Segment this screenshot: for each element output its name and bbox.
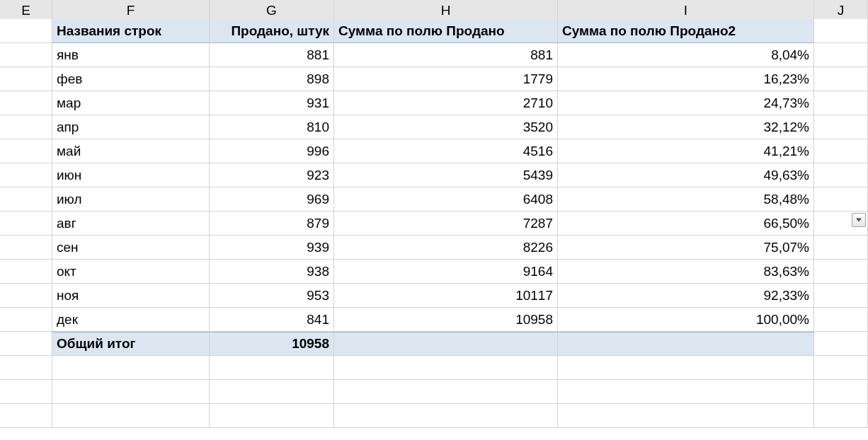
pivot-row-label[interactable]: мар [52,91,210,115]
pivot-sum-cell[interactable]: 5439 [334,163,558,187]
cell-blank[interactable] [0,308,52,332]
pivot-row-label[interactable]: май [52,139,210,163]
pivot-sum-cell[interactable]: 3520 [334,115,558,139]
cell-blank[interactable] [814,308,868,332]
cell-blank[interactable] [814,404,868,428]
pivot-sum-cell[interactable]: 7287 [334,212,558,236]
pivot-qty-cell[interactable]: 881 [210,43,334,67]
cell-blank[interactable] [558,356,814,380]
cell-blank[interactable] [0,43,52,67]
pivot-grand-total-label[interactable]: Общий итог [52,332,210,356]
pivot-sum-cell[interactable]: 8226 [334,236,558,260]
column-header-H[interactable]: H [334,0,558,21]
cell-blank[interactable] [814,139,868,163]
pivot-qty-cell[interactable]: 938 [210,260,334,284]
cell-blank[interactable] [0,356,52,380]
cell-blank[interactable] [814,115,868,139]
pivot-qty-cell[interactable]: 841 [210,308,334,332]
cell-blank[interactable] [52,380,210,404]
cell-blank[interactable] [558,380,814,404]
pivot-row-label[interactable]: окт [52,260,210,284]
column-header-E[interactable]: E [0,0,52,21]
cell-blank[interactable] [0,115,52,139]
cell-blank[interactable] [814,236,868,260]
pivot-pct-cell[interactable]: 32,12% [558,115,814,139]
cell-blank[interactable] [814,163,868,187]
column-header-F[interactable]: F [52,0,210,21]
pivot-row-label[interactable]: янв [52,43,210,67]
pivot-sum-cell[interactable]: 4516 [334,139,558,163]
cell-blank[interactable] [52,356,210,380]
pivot-row-label[interactable]: ноя [52,284,210,308]
pivot-sum-cell[interactable]: 9164 [334,260,558,284]
cell-blank[interactable] [0,404,52,428]
pivot-grand-total-pct[interactable] [558,332,814,356]
pivot-pct-cell[interactable]: 24,73% [558,91,814,115]
cell-blank[interactable] [334,380,558,404]
pivot-pct-cell[interactable]: 41,21% [558,139,814,163]
pivot-pct-cell[interactable]: 100,00% [558,308,814,332]
cell-blank[interactable] [0,19,52,43]
pivot-pct-cell[interactable]: 8,04% [558,43,814,67]
cell-blank[interactable] [0,91,52,115]
pivot-row-label[interactable]: июл [52,187,210,212]
pivot-grand-total-qty[interactable]: 10958 [210,332,334,356]
cell-blank[interactable] [558,404,814,428]
pivot-col-header-sum[interactable]: Сумма по полю Продано [334,19,558,43]
cell-blank[interactable] [814,19,868,43]
column-header-I[interactable]: I [558,0,814,21]
pivot-sum-cell[interactable]: 881 [334,43,558,67]
cell-blank[interactable] [0,332,52,356]
pivot-row-label[interactable]: авг [52,212,210,236]
cell-blank[interactable] [814,356,868,380]
pivot-row-label[interactable]: сен [52,236,210,260]
column-header-G[interactable]: G [210,0,334,21]
cell-blank[interactable] [0,284,52,308]
pivot-row-labels-header[interactable]: Названия строк [52,19,210,43]
pivot-row-label[interactable]: апр [52,115,210,139]
cell-blank[interactable] [210,356,334,380]
pivot-pct-cell[interactable]: 16,23% [558,67,814,91]
pivot-qty-cell[interactable]: 879 [210,212,334,236]
pivot-qty-cell[interactable]: 810 [210,115,334,139]
pivot-qty-cell[interactable]: 923 [210,163,334,187]
pivot-row-label[interactable]: фев [52,67,210,91]
cell-blank[interactable] [210,380,334,404]
pivot-pct-cell[interactable]: 49,63% [558,163,814,187]
cell-blank[interactable] [0,236,52,260]
cell-blank[interactable] [334,404,558,428]
pivot-pct-cell[interactable]: 75,07% [558,236,814,260]
cell-blank[interactable] [814,67,868,91]
cell-blank[interactable] [814,91,868,115]
cell-blank[interactable] [814,43,868,67]
pivot-sum-cell[interactable]: 1779 [334,67,558,91]
cell-blank[interactable] [814,380,868,404]
pivot-sum-cell[interactable]: 6408 [334,187,558,212]
cell-blank[interactable] [0,260,52,284]
cell-blank[interactable] [814,332,868,356]
pivot-pct-cell[interactable]: 58,48% [558,187,814,212]
pivot-qty-cell[interactable]: 931 [210,91,334,115]
pivot-qty-cell[interactable]: 898 [210,67,334,91]
cell-blank[interactable] [0,212,52,236]
pivot-pct-cell[interactable]: 83,63% [558,260,814,284]
cell-blank[interactable] [52,404,210,428]
cell-blank[interactable] [0,163,52,187]
cell-blank[interactable] [210,404,334,428]
pivot-qty-cell[interactable]: 939 [210,236,334,260]
pivot-row-label[interactable]: июн [52,163,210,187]
cell-blank[interactable] [334,356,558,380]
pivot-grand-total-sum[interactable] [334,332,558,356]
column-header-J[interactable]: J [814,0,868,21]
cell-blank[interactable] [0,380,52,404]
cell-blank[interactable] [814,187,868,212]
pivot-row-label[interactable]: дек [52,308,210,332]
cell-blank[interactable] [0,67,52,91]
pivot-pct-cell[interactable]: 92,33% [558,284,814,308]
pivot-qty-cell[interactable]: 996 [210,139,334,163]
pivot-sum-cell[interactable]: 2710 [334,91,558,115]
cell-blank[interactable] [0,187,52,212]
cell-blank[interactable] [814,284,868,308]
pivot-qty-cell[interactable]: 969 [210,187,334,212]
spreadsheet-grid[interactable]: E F G H I J Названия строк Продано, штук… [0,0,868,428]
